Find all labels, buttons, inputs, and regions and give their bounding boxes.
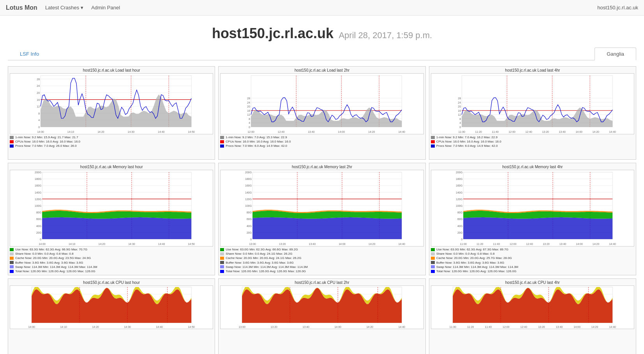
svg-text:11:00: 11:00 bbox=[449, 326, 456, 328]
legend-label: Total Now: 126.0G Min: 126.0G Avg: 126.0… bbox=[15, 269, 95, 273]
svg-text:200G: 200G bbox=[35, 171, 41, 174]
svg-text:13:40: 13:40 bbox=[559, 130, 566, 133]
svg-text:120G: 120G bbox=[456, 198, 462, 201]
nav-admin-panel[interactable]: Admin Panel bbox=[91, 5, 120, 11]
legend-row: Buffer Now: 3.6G Min: 3.6G Avg: 3.6G Max… bbox=[431, 261, 634, 265]
page-header: host150.jc.rl.ac.uk April 28, 2017, 1:59… bbox=[0, 16, 644, 48]
svg-marker-151 bbox=[252, 217, 402, 239]
navbar-brand: Lotus Mon bbox=[6, 4, 37, 11]
svg-text:13:00: 13:00 bbox=[249, 243, 256, 245]
legend-color-box bbox=[431, 144, 435, 148]
svg-text:0: 0 bbox=[38, 126, 40, 129]
legend-color-box bbox=[431, 261, 435, 264]
svg-text:14:40: 14:40 bbox=[609, 243, 616, 245]
legend-row: Use Now: 63.0G Min: 62.3G Avg: 67.3G Max… bbox=[431, 247, 634, 252]
chart-title: host150.jc.rl.ac.uk CPU last hour bbox=[10, 280, 213, 285]
svg-text:20G: 20G bbox=[247, 231, 252, 234]
svg-text:13:40: 13:40 bbox=[559, 243, 566, 245]
svg-text:200G: 200G bbox=[245, 171, 252, 174]
svg-text:160G: 160G bbox=[456, 184, 462, 187]
legend-row: Procs Now: 7.0 Min: 6.0 Avg: 14.9 Max: 4… bbox=[220, 144, 423, 148]
svg-text:14:00: 14:00 bbox=[335, 326, 342, 328]
svg-text:14:40: 14:40 bbox=[399, 326, 406, 328]
legend-label: Buffer Now: 3.6G Min: 3.6G Avg: 3.6G Max… bbox=[436, 261, 504, 265]
svg-text:14:00: 14:00 bbox=[573, 326, 580, 328]
svg-text:12:40: 12:40 bbox=[520, 326, 527, 328]
svg-text:14:00: 14:00 bbox=[575, 130, 582, 133]
chart-svg-area: 048121620242812:0012:4013:4014:0014:2014… bbox=[220, 73, 423, 134]
svg-text:14:40: 14:40 bbox=[609, 130, 616, 133]
svg-text:14:00: 14:00 bbox=[28, 326, 35, 328]
legend-row: Cache Now: 20.0G Min: 20.0G Avg: 25.7G M… bbox=[431, 256, 634, 260]
svg-text:120G: 120G bbox=[245, 198, 252, 201]
svg-text:140G: 140G bbox=[456, 191, 462, 194]
legend-label: Swap Now: 114.3M Min: 114.3M Avg: 114.3M… bbox=[226, 265, 308, 269]
svg-text:14:10: 14:10 bbox=[60, 326, 67, 328]
svg-text:14:30: 14:30 bbox=[124, 326, 131, 328]
legend-row: Swap Now: 114.3M Min: 114.3M Avg: 114.3M… bbox=[10, 265, 213, 269]
legend-row: Share Now: 0.0 Min: 0.0 Avg: 0.8 Max: 0.… bbox=[431, 252, 634, 256]
svg-text:8: 8 bbox=[249, 118, 251, 120]
svg-text:14:00: 14:00 bbox=[39, 243, 46, 245]
legend-label: Use Now: 63.3G Min: 62.3G Avg: 66.9G Max… bbox=[15, 247, 87, 252]
svg-text:14:50: 14:50 bbox=[188, 243, 195, 245]
legend-row: Total Now: 126.0G Min: 126.0G Avg: 126.0… bbox=[10, 269, 213, 273]
svg-text:20G: 20G bbox=[457, 231, 462, 234]
svg-text:24: 24 bbox=[247, 101, 251, 104]
svg-text:12: 12 bbox=[37, 105, 40, 108]
svg-text:14:50: 14:50 bbox=[188, 130, 195, 133]
chart-legend: Use Now: 63.3G Min: 62.3G Avg: 66.9G Max… bbox=[10, 247, 213, 273]
tab-ganglia[interactable]: Ganglia bbox=[595, 48, 636, 60]
svg-text:14:50: 14:50 bbox=[188, 326, 195, 328]
chart-title: host150.jc.rl.ac.uk Load last 2hr bbox=[220, 68, 423, 72]
svg-text:24: 24 bbox=[458, 101, 461, 104]
svg-text:0: 0 bbox=[40, 238, 41, 241]
svg-text:11:20: 11:20 bbox=[476, 243, 483, 245]
legend-label: CPUs Now: 16.0 Min: 16.0 Avg: 16.0 Max: … bbox=[436, 139, 501, 144]
svg-text:11:40: 11:40 bbox=[493, 243, 500, 245]
svg-text:14:40: 14:40 bbox=[158, 130, 165, 133]
svg-text:160G: 160G bbox=[245, 184, 252, 187]
legend-label: Buffer Now: 3.6G Min: 3.6G Avg: 3.6G Max… bbox=[226, 261, 293, 265]
legend-row: 1-min Now: 9.2 Min: 7.0 Avg: 16.2 Max: 2… bbox=[431, 135, 634, 139]
svg-text:28: 28 bbox=[458, 97, 461, 100]
svg-text:140G: 140G bbox=[35, 191, 41, 194]
chart-svg-area: 14:0014:1014:2014:3014:4014:50 bbox=[10, 285, 213, 329]
svg-text:4: 4 bbox=[459, 122, 461, 124]
legend-label: Buffer Now: 3.6G Min: 3.6G Avg: 3.6G Max… bbox=[15, 261, 83, 265]
svg-text:100G: 100G bbox=[456, 204, 462, 207]
legend-label: Use Now: 63.0G Min: 62.3G Avg: 67.3G Max… bbox=[436, 247, 508, 252]
svg-text:40G: 40G bbox=[36, 225, 41, 227]
legend-color-box bbox=[431, 252, 435, 255]
legend-color-box bbox=[10, 140, 14, 143]
chart-cell-cpu: host150.jc.rl.ac.uk CPU last hour14:0014… bbox=[8, 278, 215, 354]
svg-text:12:00: 12:00 bbox=[508, 130, 515, 133]
svg-text:14:30: 14:30 bbox=[128, 130, 135, 133]
legend-label: Total Now: 126.0G Min: 126.0G Avg: 126.0… bbox=[226, 269, 306, 273]
svg-text:20: 20 bbox=[458, 105, 461, 108]
legend-color-box bbox=[10, 136, 14, 139]
legend-color-box bbox=[431, 270, 435, 273]
svg-text:16: 16 bbox=[247, 109, 251, 112]
legend-row: Buffer Now: 3.6G Min: 3.6G Avg: 3.6G Max… bbox=[220, 261, 423, 265]
svg-text:11:20: 11:20 bbox=[475, 130, 482, 133]
svg-text:11:40: 11:40 bbox=[492, 130, 499, 133]
svg-text:12:40: 12:40 bbox=[525, 130, 532, 133]
legend-label: Total Now: 126.0G Min: 126.0G Avg: 126.0… bbox=[436, 269, 517, 273]
svg-text:14:30: 14:30 bbox=[128, 243, 135, 245]
nav-latest-crashes[interactable]: Latest Crashes ▾ bbox=[45, 5, 83, 11]
svg-text:180G: 180G bbox=[456, 178, 462, 180]
legend-label: CPUs Now: 16.0 Min: 16.0 Avg: 16.0 Max: … bbox=[226, 139, 291, 144]
svg-text:40G: 40G bbox=[247, 225, 252, 227]
legend-color-box bbox=[220, 140, 224, 143]
svg-text:16: 16 bbox=[458, 109, 461, 112]
svg-text:13:40: 13:40 bbox=[303, 326, 310, 328]
legend-label: Share Now: 0.0 Min: 0.0 Avg: 0.8 Max: 0.… bbox=[15, 252, 74, 256]
chart-cell-load: host150.jc.rl.ac.uk Load last hour048121… bbox=[8, 66, 215, 160]
svg-text:12: 12 bbox=[458, 113, 461, 116]
svg-text:12:00: 12:00 bbox=[248, 130, 255, 133]
chart-cell-memory: host150.jc.rl.ac.uk Memory last 4hr020G4… bbox=[429, 163, 636, 275]
legend-color-box bbox=[431, 140, 435, 143]
tab-lsf-info[interactable]: LSF Info bbox=[8, 48, 51, 60]
legend-color-box bbox=[10, 144, 14, 148]
